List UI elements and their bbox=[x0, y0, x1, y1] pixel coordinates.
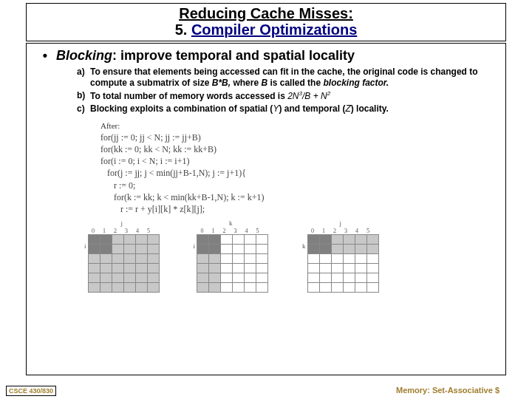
matrix-grid bbox=[197, 234, 268, 293]
code-label: After: bbox=[100, 120, 498, 132]
headline-term: Blocking bbox=[56, 48, 112, 63]
sub-c-label: c) bbox=[77, 103, 90, 115]
code-l5: r := 0; bbox=[100, 180, 498, 191]
matrix-ticks: 012345 bbox=[307, 228, 379, 234]
matrix-z: jk012345 bbox=[302, 219, 379, 293]
sub-c: c) Blocking exploits a combination of sp… bbox=[77, 103, 498, 115]
matrix-ylabel: i bbox=[194, 242, 196, 293]
title-line-2: 5. Compiler Optimizations bbox=[27, 21, 505, 38]
matrix-grid bbox=[88, 234, 160, 293]
headline-row: • Blocking: improve temporal and spatial… bbox=[34, 48, 498, 64]
code-l1: for(jj := 0; jj < N; jj := jj+B) bbox=[100, 132, 498, 143]
title-number: 5. bbox=[175, 21, 188, 38]
matrix-ylabel: k bbox=[302, 242, 306, 293]
sub-b: b) To total number of memory words acces… bbox=[77, 90, 498, 102]
footer-right: Memory: Set-Associative $ bbox=[396, 386, 499, 395]
headline: Blocking: improve temporal and spatial l… bbox=[56, 48, 355, 64]
bullet-icon: • bbox=[34, 48, 56, 64]
sublist: a) To ensure that elements being accesse… bbox=[77, 66, 498, 115]
sub-c-text: Blocking exploits a combination of spati… bbox=[90, 103, 498, 115]
sub-a-label: a) bbox=[77, 66, 90, 89]
matrix-ticks: 012345 bbox=[197, 228, 268, 234]
matrix-ylabel: i bbox=[84, 242, 86, 293]
matrix-xlabel: k bbox=[229, 219, 233, 227]
matrix-xlabel: j bbox=[340, 219, 342, 227]
matrix-grid bbox=[307, 234, 379, 293]
sub-a-text: To ensure that elements being accessed c… bbox=[90, 66, 498, 89]
code-l3: for(i := 0; i < N; i := i+1) bbox=[100, 155, 498, 167]
sub-b-text: To total number of memory words accessed… bbox=[90, 90, 498, 102]
matrix-y: ki012345 bbox=[194, 219, 269, 293]
code-l4: for(j := jj; j < min(jj+B-1,N); j := j+1… bbox=[100, 167, 498, 179]
title-box: Reducing Cache Misses: 5. Compiler Optim… bbox=[26, 3, 506, 41]
code-block: After: for(jj := 0; jj < N; jj := jj+B) … bbox=[100, 120, 498, 215]
matrix-x: ji012345 bbox=[84, 219, 160, 293]
title-line-1: Reducing Cache Misses: bbox=[27, 5, 505, 21]
title-subtitle: Compiler Optimizations bbox=[191, 21, 357, 38]
code-l6: for(k := kk; k < min(kk+B-1,N); k := k+1… bbox=[100, 191, 498, 203]
diagrams: ji012345ki012345jk012345 bbox=[84, 219, 498, 293]
matrix-xlabel: j bbox=[121, 219, 123, 227]
body-box: • Blocking: improve temporal and spatial… bbox=[26, 43, 506, 375]
headline-rest: : improve temporal and spatial locality bbox=[112, 48, 355, 63]
footer-left: CSCE 430/830 bbox=[6, 386, 56, 396]
sub-b-label: b) bbox=[77, 90, 90, 102]
code-l7: r := r + y[i][k] * z[k][j]; bbox=[100, 203, 498, 215]
sub-a: a) To ensure that elements being accesse… bbox=[77, 66, 498, 89]
matrix-ticks: 012345 bbox=[88, 228, 160, 234]
code-l2: for(kk := 0; kk < N; kk := kk+B) bbox=[100, 143, 498, 155]
